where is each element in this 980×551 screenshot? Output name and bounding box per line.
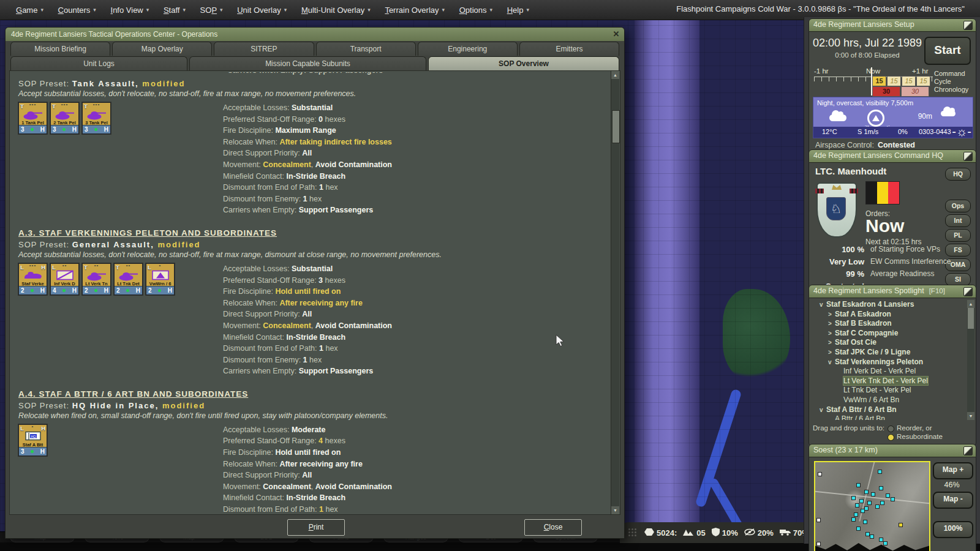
preset-label: SOP Preset: bbox=[18, 79, 72, 88]
unit-counter-lt-verk-tn[interactable]: T••Lt Verk Tn2H bbox=[82, 263, 111, 295]
sop-section-1: SOP Preset: Tank Assault, modifiedAccept… bbox=[18, 79, 601, 216]
scroll-down-icon[interactable]: ▼ bbox=[611, 506, 619, 514]
sop-settings: Acceptable Losses: SubstantialPreferred … bbox=[223, 263, 601, 377]
hq-panel-header[interactable]: 4de Regiment Lansiers Command HQ bbox=[809, 149, 976, 163]
minimap-panel-header[interactable]: Soest (23 x 17 km) bbox=[809, 444, 976, 457]
unit-counter-vwwrn-6[interactable]: L•VwWrn / 62H bbox=[146, 263, 175, 295]
tree-item-staf-b-eskadron[interactable]: >Staf B Eskadron bbox=[811, 319, 966, 329]
unit-counter-staf-a-btt[interactable]: L•HHQStaf A Btt3H bbox=[18, 424, 47, 456]
start-button[interactable]: Start bbox=[924, 37, 971, 65]
tab-mission-briefing[interactable]: Mission Briefing bbox=[10, 42, 110, 56]
tab-mission-capable-subunits[interactable]: Mission Capable Subunits bbox=[189, 56, 426, 70]
panel-corner-icon[interactable] bbox=[963, 152, 973, 161]
tree-item-lt-verk-tnk-det-verk-pel[interactable]: Lt Verk Tnk Det - Verk Pel bbox=[811, 377, 966, 386]
menu-unit-overlay[interactable]: Unit Overlay▾ bbox=[233, 3, 290, 17]
resubordinate-radio[interactable] bbox=[888, 434, 894, 441]
print-button[interactable]: Print bbox=[287, 519, 345, 536]
panel-corner-icon[interactable] bbox=[963, 21, 973, 30]
tree-item-staf-verkennings-peleton[interactable]: vStaf Verkennings Peleton bbox=[811, 358, 966, 367]
unit-counter-1-tank-pel[interactable]: T•••1 Tank Pel3H bbox=[18, 102, 47, 134]
scroll-up-icon[interactable]: ▲ bbox=[967, 300, 974, 308]
dialog-title-bar[interactable]: 4de Regiment Lansiers Tactical Operation… bbox=[6, 28, 624, 41]
scrollbar-thumb[interactable] bbox=[612, 110, 620, 143]
setting-value: hex bbox=[307, 356, 322, 364]
tree-item-staf-a-bttr-6-art-bn[interactable]: vStaf A Bttr / 6 Art Bn bbox=[811, 405, 966, 415]
chevron-right-icon[interactable]: > bbox=[828, 310, 835, 320]
tab-sop-overview[interactable]: SOP Overview bbox=[428, 56, 619, 70]
unit-counter-inf-verk-d[interactable]: L••Inf Verk D4H bbox=[50, 263, 79, 295]
tab-engineering[interactable]: Engineering bbox=[418, 42, 518, 56]
panel-corner-icon[interactable] bbox=[963, 446, 973, 455]
chevron-right-icon[interactable]: > bbox=[828, 319, 835, 329]
chevron-right-icon[interactable]: > bbox=[828, 338, 835, 348]
chevron-right-icon[interactable]: > bbox=[828, 329, 835, 339]
menu-terrain-overlay[interactable]: Terrain Overlay▾ bbox=[381, 3, 448, 17]
sidebar-button-pl[interactable]: PL bbox=[945, 229, 971, 242]
tab-map-overlay[interactable]: Map Overlay bbox=[112, 42, 212, 56]
setting-value: hex bbox=[323, 344, 338, 353]
menu-info-view[interactable]: Info View▾ bbox=[107, 3, 153, 17]
unit-counter-2-tank-pel[interactable]: T•••2 Tank Pel3H bbox=[50, 102, 79, 134]
tab-unit-logs[interactable]: Unit Logs bbox=[10, 56, 187, 70]
minimap[interactable] bbox=[814, 461, 930, 551]
spotlight-panel-header[interactable]: 4de Regiment Lansiers Spotlight[F10] bbox=[809, 285, 976, 298]
map-zoom-100-button[interactable]: 100% bbox=[933, 521, 973, 538]
stat-value: 99 % bbox=[846, 269, 864, 279]
tab-emitters[interactable]: Emitters bbox=[519, 42, 619, 56]
map-zoom-out-button[interactable]: Map - bbox=[933, 492, 973, 509]
scroll-up-icon[interactable]: ▲ bbox=[611, 71, 619, 79]
tree-item-vwwrn-6-art-bn[interactable]: VwWrn / 6 Art Bn bbox=[811, 395, 966, 405]
close-button[interactable]: Close bbox=[524, 519, 582, 536]
menu-sop[interactable]: SOP▾ bbox=[197, 3, 227, 17]
tree-item-a-bttr-6-art-bn[interactable]: A Bttr / 6 Art Bn bbox=[811, 414, 966, 420]
menu-counters[interactable]: Counters▾ bbox=[55, 3, 100, 17]
close-icon[interactable]: ✕ bbox=[611, 29, 621, 39]
scroll-down-icon[interactable]: ▼ bbox=[967, 412, 974, 420]
sidebar-button-int[interactable]: Int bbox=[945, 214, 971, 227]
tree-item-staf-c-compagnie[interactable]: >Staf C Compagnie bbox=[811, 329, 966, 339]
scrollbar-thumb[interactable] bbox=[968, 308, 974, 329]
tab-sitrep[interactable]: SITREP bbox=[214, 42, 314, 56]
chevron-down-icon[interactable]: v bbox=[828, 358, 835, 367]
unit-counter-staf-verke[interactable]: L•••HStaf Verke2H bbox=[18, 263, 47, 295]
setting-value: hexes bbox=[323, 276, 345, 285]
sop-setting-row: Movement: Concealment, Avoid Contaminati… bbox=[223, 159, 601, 171]
setting-value: 1 bbox=[319, 344, 323, 353]
menu-game[interactable]: Game▾ bbox=[12, 3, 47, 17]
setting-value: 1 bbox=[303, 356, 307, 364]
unit-counter-lt-tnk-det[interactable]: T••Lt Tnk Det2H bbox=[114, 263, 143, 295]
dialog-scrollbar[interactable]: ▲ ▼ bbox=[611, 71, 619, 514]
sidebar-button-si[interactable]: SI bbox=[945, 273, 971, 286]
reorder-radio[interactable] bbox=[888, 425, 894, 432]
sop-section-2: A.3. STAF VERKENNINGS PELETON AND SUBORD… bbox=[18, 228, 601, 377]
menu-options[interactable]: Options▾ bbox=[456, 3, 496, 17]
chevron-down-icon[interactable]: v bbox=[820, 300, 826, 310]
menu-multi-unit-overlay[interactable]: Multi-Unit Overlay▾ bbox=[298, 3, 374, 17]
panel-corner-icon[interactable] bbox=[963, 287, 973, 296]
tree-item-lt-tnk-det-verk-pel[interactable]: Lt Tnk Det - Verk Pel bbox=[811, 386, 966, 395]
tree-item-staf-jpk-cie-9-ligne[interactable]: >Staf JPK Cie / 9 Ligne bbox=[811, 348, 966, 358]
regiment-crest: ♘ bbox=[816, 182, 857, 238]
setup-panel-header[interactable]: 4de Regiment Lansiers Setup bbox=[809, 18, 976, 32]
spotlight-hotkey: [F10] bbox=[929, 287, 945, 294]
unit-counter-3-tank-pel[interactable]: T•••3 Tank Pel3H bbox=[82, 102, 111, 134]
hq-button[interactable]: HQ bbox=[945, 168, 971, 181]
chevron-down-icon[interactable]: v bbox=[820, 405, 826, 415]
map-zoom-in-button[interactable]: Map + bbox=[933, 462, 973, 479]
sidebar-button-fs[interactable]: FS bbox=[945, 244, 971, 257]
status-value: 20% bbox=[758, 528, 774, 538]
grip-icon[interactable] bbox=[628, 528, 637, 537]
tab-transport[interactable]: Transport bbox=[316, 42, 416, 56]
tree-item-staf-a-eskadron[interactable]: >Staf A Eskadron bbox=[811, 310, 966, 320]
menu-help[interactable]: Help▾ bbox=[503, 3, 533, 17]
tree-item-staf-ost-cie[interactable]: >Staf Ost Cie bbox=[811, 338, 966, 348]
chevron-right-icon[interactable]: > bbox=[828, 348, 835, 358]
spotlight-scrollbar[interactable]: ▲ ▼ bbox=[967, 300, 974, 420]
menu-staff[interactable]: Staff▾ bbox=[160, 3, 189, 17]
selected-tree-item[interactable]: Lt Verk Tnk Det - Verk Pel bbox=[843, 377, 928, 385]
tree-item-staf-eskadron-4-lansiers[interactable]: vStaf Eskadron 4 Lansiers bbox=[811, 300, 966, 310]
sidebar-button-ops[interactable]: Ops bbox=[945, 200, 971, 212]
status-eye-off: 20% bbox=[744, 528, 774, 538]
tank-symbol-icon bbox=[19, 108, 47, 121]
tree-item-inf-verk-det-verk-pel[interactable]: Inf Verk Det - Verk Pel bbox=[811, 367, 966, 377]
